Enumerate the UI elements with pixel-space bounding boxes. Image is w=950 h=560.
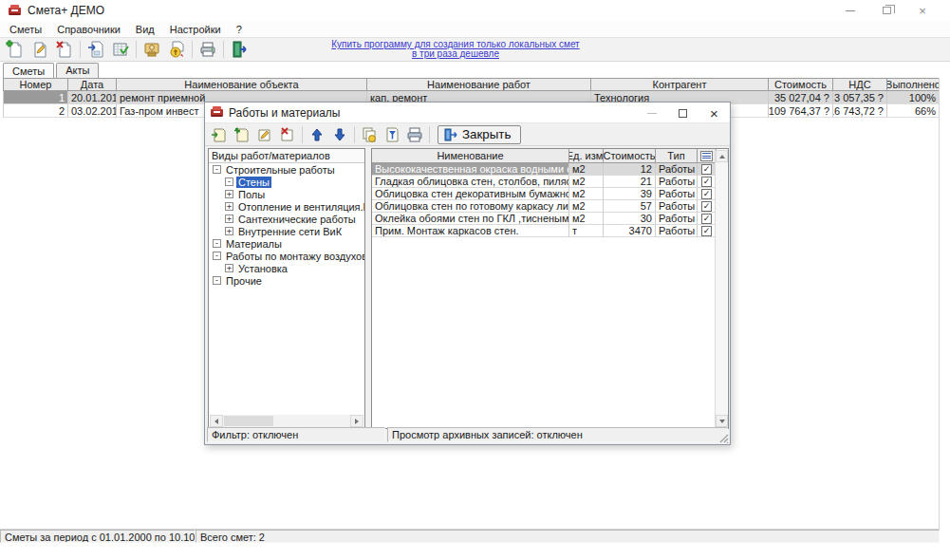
filter-button[interactable] <box>381 124 403 145</box>
close-button[interactable]: × <box>904 0 941 21</box>
move-down-button[interactable] <box>328 124 351 145</box>
cell-type: Работы <box>656 225 698 237</box>
expand-icon[interactable]: + <box>225 190 233 198</box>
scrollbar-thumb[interactable] <box>224 416 273 426</box>
toolbar-separator <box>354 126 355 143</box>
tree-item[interactable]: -Работы по монтажу воздуховодов и к <box>209 250 364 262</box>
table-vertical-scrollbar[interactable] <box>715 150 727 427</box>
tree-item[interactable]: +Установка <box>209 262 364 274</box>
tree-item[interactable]: +Отопление и вентиляция.Решетки <box>209 200 364 213</box>
scroll-up-button[interactable] <box>716 150 728 162</box>
tree-item[interactable]: +Сантехнические работы <box>209 213 364 225</box>
dialog-print-button[interactable] <box>403 124 426 145</box>
delete-estimate-button[interactable] <box>52 39 77 61</box>
main-toolbar: Купить программу для создания только лок… <box>0 38 950 62</box>
tree-item-label: Полы <box>236 189 267 200</box>
col-header-date: Дата <box>68 78 117 91</box>
col-header-cost: Стоимость <box>769 78 833 91</box>
print-button[interactable] <box>196 39 220 61</box>
row-checkbox[interactable]: ✓ <box>701 177 712 187</box>
works-row[interactable]: Гладкая облицовка стен, столбов, пилястр… <box>372 176 728 188</box>
contractor-icon <box>142 40 161 59</box>
dialog-maximize-button[interactable] <box>667 103 699 123</box>
toolbar-separator <box>223 41 224 58</box>
tree-item[interactable]: -Прочие <box>209 274 364 287</box>
collapse-icon[interactable]: - <box>213 239 221 248</box>
tree-item[interactable]: -Строительные работы <box>209 163 364 176</box>
tree-item-selected[interactable]: -Стены <box>209 176 364 188</box>
collapse-icon[interactable]: - <box>225 177 233 186</box>
cell-unit: м2 <box>569 213 604 225</box>
expand-icon[interactable]: + <box>225 264 233 272</box>
tree-item[interactable]: +Полы <box>209 188 364 200</box>
menu-spravochniki[interactable]: Справочники <box>57 24 121 35</box>
cell-cost: 57 <box>604 200 656 213</box>
scroll-right-button[interactable] <box>350 415 363 427</box>
works-row[interactable]: Прим. Монтаж каркасов стен. т 3470 Работ… <box>372 225 728 237</box>
row-checkbox[interactable]: ✓ <box>701 201 712 212</box>
expand-icon[interactable]: + <box>225 202 233 211</box>
prices-button[interactable] <box>164 39 189 61</box>
row-checkbox[interactable]: ✓ <box>701 164 712 175</box>
tab-akty[interactable]: Акты <box>56 63 99 78</box>
contractors-button[interactable] <box>140 39 164 61</box>
dialog-title-bar: Работы и материалы × <box>205 103 730 122</box>
minimize-button[interactable] <box>832 0 868 21</box>
exit-button[interactable] <box>227 39 251 61</box>
acts-table-icon <box>111 40 130 59</box>
cell-date: 03.02.2017 <box>68 104 117 118</box>
menu-nastroyki[interactable]: Настройки <box>170 24 221 35</box>
tree-item[interactable]: -Материалы <box>209 237 364 250</box>
expand-icon[interactable]: + <box>225 227 233 235</box>
edit-row-button[interactable] <box>253 124 276 145</box>
close-dialog-label: Закрыть <box>462 127 511 141</box>
add-material-button[interactable] <box>231 124 253 145</box>
cell-done: 100% <box>887 91 940 104</box>
printer-icon <box>198 40 217 59</box>
menu-help[interactable]: ? <box>236 24 242 35</box>
resize-grip[interactable] <box>717 432 729 443</box>
col-header-cost: Стоимость <box>604 149 656 163</box>
dialog-icon <box>210 105 224 120</box>
tab-smety[interactable]: Сметы <box>3 63 54 79</box>
cell-type: Работы <box>656 213 698 225</box>
import-estimate-button[interactable] <box>84 39 108 61</box>
cell-date: 20.01.2017 <box>68 91 117 104</box>
scroll-left-button[interactable] <box>210 415 223 427</box>
collapse-icon[interactable]: - <box>213 165 221 174</box>
works-row[interactable]: Облицовка стен декоративным бумажно-слои… <box>372 188 728 200</box>
arrow-down-icon <box>719 420 725 423</box>
buy-program-link-line2[interactable]: в три раза дешевле <box>254 49 657 59</box>
add-work-button[interactable] <box>208 124 231 145</box>
expand-icon[interactable]: + <box>225 215 233 223</box>
delete-row-button[interactable] <box>276 124 299 145</box>
edit-doc-icon <box>30 40 49 59</box>
col-header-object: Наименование объекта <box>117 78 367 91</box>
cell-cost: 39 <box>604 188 656 200</box>
acts-button[interactable] <box>108 39 133 61</box>
row-checkbox[interactable]: ✓ <box>701 214 712 224</box>
close-dialog-button[interactable]: Закрыть <box>438 125 521 144</box>
row-checkbox[interactable]: ✓ <box>701 189 712 199</box>
works-row[interactable]: Оклейка обоями стен по ГКЛ ,тиснеными и … <box>372 213 728 225</box>
restore-button[interactable] <box>868 0 904 21</box>
dialog-close-button[interactable]: × <box>699 103 730 123</box>
move-up-button[interactable] <box>306 124 328 145</box>
row-checkbox[interactable]: ✓ <box>701 226 712 236</box>
works-row[interactable]: Облицовка стен по готовому каркасу листа… <box>372 200 728 213</box>
new-estimate-button[interactable] <box>3 39 28 61</box>
collapse-icon[interactable]: - <box>213 276 221 285</box>
works-row[interactable]: Высококачественная окраска водными соста… <box>372 163 728 176</box>
tree-item-label: Прочие <box>224 275 264 287</box>
col-header-vat: НДС <box>833 78 887 91</box>
menu-smety[interactable]: Сметы <box>9 24 42 35</box>
scroll-down-button[interactable] <box>716 415 728 427</box>
cell-unit: м2 <box>569 188 604 200</box>
collapse-icon[interactable]: - <box>213 252 221 260</box>
dialog-minimize-button[interactable] <box>636 103 667 123</box>
edit-estimate-button[interactable] <box>28 39 52 61</box>
copy-prices-button[interactable] <box>358 124 381 145</box>
tree-horizontal-scrollbar[interactable] <box>210 415 363 427</box>
menu-vid[interactable]: Вид <box>136 24 155 35</box>
tree-item[interactable]: +Внутренние сети ВиК <box>209 225 364 237</box>
